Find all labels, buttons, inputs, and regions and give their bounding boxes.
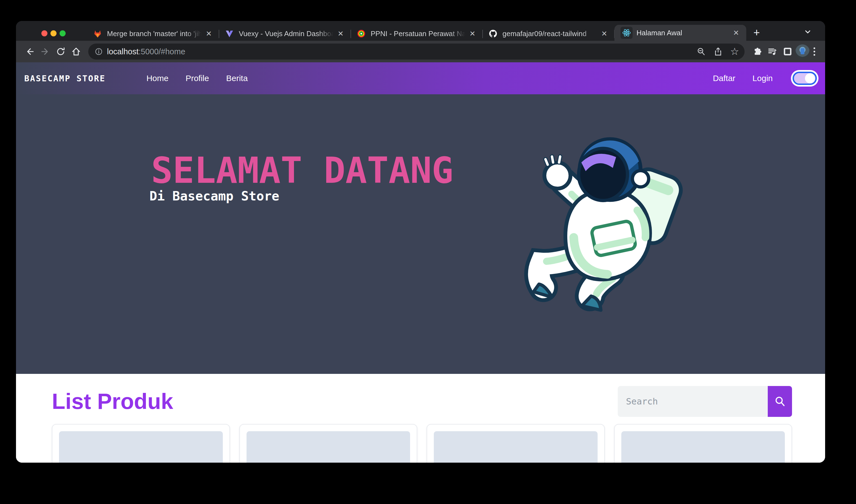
side-panel-icon[interactable] bbox=[780, 44, 795, 59]
product-image-placeholder bbox=[247, 431, 410, 463]
hero-section: SELAMAT DATANG Di Basecamp Store bbox=[16, 94, 825, 374]
nav-link-profile[interactable]: Profile bbox=[185, 74, 209, 83]
theme-toggle[interactable] bbox=[792, 72, 817, 85]
product-card[interactable] bbox=[239, 424, 417, 463]
product-image-placeholder bbox=[621, 431, 785, 463]
minimize-window-button[interactable] bbox=[51, 30, 56, 36]
ppni-icon bbox=[357, 29, 366, 38]
tab-halaman-awal-active[interactable]: Halaman Awal ✕ bbox=[614, 25, 746, 41]
tab-title: gemafajar09/react-tailwind bbox=[502, 30, 599, 38]
vuexy-icon bbox=[225, 29, 234, 38]
nav-actions: Daftar Login bbox=[713, 72, 817, 85]
nav-link-login[interactable]: Login bbox=[753, 74, 773, 83]
site-navbar: BASECAMP STORE Home Profile Berita Dafta… bbox=[16, 62, 825, 94]
media-playlist-icon[interactable] bbox=[764, 44, 780, 59]
site-info-icon[interactable] bbox=[94, 47, 103, 56]
browser-menu-icon[interactable] bbox=[810, 48, 819, 56]
tab-github[interactable]: gemafajar09/react-tailwind ✕ bbox=[483, 26, 614, 41]
react-icon bbox=[621, 27, 632, 39]
nav-link-home[interactable]: Home bbox=[146, 74, 168, 83]
web-page: BASECAMP STORE Home Profile Berita Dafta… bbox=[16, 62, 825, 463]
tab-gitlab-merge[interactable]: Merge branch 'master' into 'jih ✕ bbox=[87, 26, 219, 41]
close-tab-icon[interactable]: ✕ bbox=[731, 28, 741, 38]
product-image-placeholder bbox=[59, 431, 223, 463]
tab-title: Vuexy - Vuejs Admin Dashboar bbox=[239, 30, 335, 38]
nav-link-berita[interactable]: Berita bbox=[226, 74, 248, 83]
back-icon[interactable] bbox=[22, 44, 37, 59]
tab-strip: Merge branch 'master' into 'jih ✕ Vuexy … bbox=[16, 21, 825, 41]
product-image-placeholder bbox=[434, 431, 598, 463]
hero-subtitle: Di Basecamp Store bbox=[149, 188, 279, 203]
astronaut-illustration bbox=[510, 127, 689, 318]
browser-toolbar: localhost:5000/#home ☆ bbox=[16, 41, 825, 62]
product-card[interactable] bbox=[614, 424, 792, 463]
close-window-button[interactable] bbox=[41, 30, 48, 36]
extensions-puzzle-icon[interactable] bbox=[749, 44, 764, 59]
github-icon bbox=[489, 29, 498, 38]
tab-ppni[interactable]: PPNI - Persatuan Perawat Nasi ✕ bbox=[351, 26, 483, 41]
products-heading: List Produk bbox=[52, 389, 173, 414]
url-text: localhost:5000/#home bbox=[107, 47, 693, 56]
toggle-knob bbox=[805, 73, 815, 83]
brand-logo[interactable]: BASECAMP STORE bbox=[24, 74, 106, 83]
tabs: Merge branch 'master' into 'jih ✕ Vuexy … bbox=[87, 21, 767, 41]
hero-title: SELAMAT DATANG bbox=[151, 149, 453, 191]
product-card[interactable] bbox=[427, 424, 605, 463]
gitlab-icon bbox=[93, 29, 102, 38]
product-cards bbox=[52, 424, 792, 463]
browser-window: Merge branch 'master' into 'jih ✕ Vuexy … bbox=[16, 21, 825, 463]
share-icon[interactable] bbox=[710, 44, 726, 59]
close-tab-icon[interactable]: ✕ bbox=[335, 29, 346, 39]
address-bar[interactable]: localhost:5000/#home ☆ bbox=[88, 43, 745, 59]
tab-title: Halaman Awal bbox=[637, 29, 731, 37]
tab-title: Merge branch 'master' into 'jih bbox=[107, 30, 203, 38]
search-button[interactable] bbox=[768, 386, 792, 417]
new-tab-button[interactable]: + bbox=[746, 27, 767, 41]
products-section: List Produk bbox=[16, 374, 825, 463]
tab-vuexy[interactable]: Vuexy - Vuejs Admin Dashboar ✕ bbox=[219, 26, 351, 41]
reload-icon[interactable] bbox=[53, 44, 68, 59]
search-icon bbox=[774, 395, 786, 408]
bookmark-star-icon[interactable]: ☆ bbox=[728, 46, 742, 57]
nav-links: Home Profile Berita bbox=[146, 74, 248, 83]
close-tab-icon[interactable]: ✕ bbox=[599, 29, 609, 39]
zoom-out-icon[interactable] bbox=[693, 44, 709, 59]
tab-search-chevron-icon[interactable] bbox=[803, 27, 813, 36]
profile-avatar[interactable] bbox=[795, 44, 810, 59]
tab-title: PPNI - Persatuan Perawat Nasi bbox=[371, 30, 467, 38]
traffic-lights bbox=[41, 30, 66, 36]
fullscreen-window-button[interactable] bbox=[59, 30, 66, 36]
home-icon[interactable] bbox=[68, 44, 84, 59]
close-tab-icon[interactable]: ✕ bbox=[467, 29, 478, 39]
close-tab-icon[interactable]: ✕ bbox=[203, 29, 214, 39]
forward-icon[interactable] bbox=[37, 44, 53, 59]
nav-link-daftar[interactable]: Daftar bbox=[713, 74, 735, 83]
search-bar bbox=[618, 386, 792, 417]
product-card[interactable] bbox=[52, 424, 230, 463]
search-input[interactable] bbox=[618, 386, 768, 417]
